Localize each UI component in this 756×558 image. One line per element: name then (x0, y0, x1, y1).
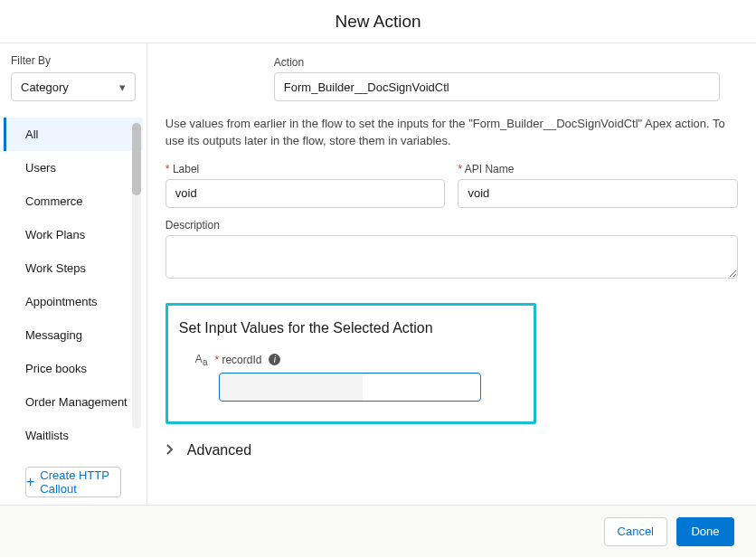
input-values-title: Set Input Values for the Selected Action (179, 320, 517, 336)
chevron-right-icon (165, 443, 178, 459)
description-input[interactable] (165, 235, 738, 279)
create-http-callout-button[interactable]: + Create HTTP Callout (25, 467, 121, 497)
chevron-down-icon: ▾ (119, 80, 126, 94)
api-name-input[interactable] (458, 179, 738, 208)
advanced-toggle[interactable]: Advanced (165, 442, 738, 459)
modal-title: New Action (335, 12, 421, 32)
recordid-label: recordId (214, 354, 261, 366)
description-label: Description (165, 219, 738, 232)
category-item-users[interactable]: Users (4, 151, 143, 184)
category-item-work-plans[interactable]: Work Plans (4, 218, 143, 251)
modal-footer: Cancel Done (0, 505, 756, 557)
modal-body: Filter By Category ▾ All Users Commerce … (0, 43, 756, 505)
filter-by-label: Filter By (11, 54, 143, 67)
category-item-messaging[interactable]: Messaging (4, 318, 143, 352)
text-type-icon: Aa (195, 353, 208, 367)
info-icon[interactable]: i (269, 354, 280, 365)
category-item-work-steps[interactable]: Work Steps (4, 251, 143, 285)
action-input[interactable] (274, 72, 720, 101)
description-field: Description (165, 219, 738, 281)
scrollbar-thumb[interactable] (132, 123, 141, 195)
recordid-input[interactable] (219, 373, 481, 402)
done-button[interactable]: Done (676, 517, 734, 546)
api-name-field: API Name (458, 163, 738, 208)
api-name-label: API Name (458, 163, 738, 175)
label-input[interactable] (165, 179, 446, 208)
plus-icon: + (26, 475, 34, 489)
label-label: Label (165, 163, 446, 175)
category-item-appointments[interactable]: Appointments (4, 285, 143, 318)
label-field: Label (165, 163, 446, 208)
cancel-button[interactable]: Cancel (604, 517, 667, 546)
category-list-container: All Users Commerce Work Plans Work Steps… (4, 118, 143, 458)
recordid-row: Aa recordId i (179, 353, 517, 367)
category-item-waitlists[interactable]: Waitlists (4, 419, 143, 452)
filter-by-value: Category (21, 80, 69, 94)
filter-by-select[interactable]: Category ▾ (11, 72, 136, 101)
help-text: Use values from earlier in the flow to s… (165, 116, 738, 150)
action-label: Action (274, 56, 720, 69)
advanced-label: Advanced (187, 442, 251, 459)
main-panel: Action Use values from earlier in the fl… (147, 43, 756, 505)
filter-sidebar: Filter By Category ▾ All Users Commerce … (0, 43, 147, 505)
category-list: All Users Commerce Work Plans Work Steps… (4, 118, 143, 458)
label-api-row: Label API Name (165, 163, 738, 208)
set-input-values-section: Set Input Values for the Selected Action… (165, 303, 536, 424)
category-item-order-management[interactable]: Order Management (4, 385, 143, 419)
category-item-all[interactable]: All (4, 118, 143, 151)
category-item-price-books[interactable]: Price books (4, 352, 143, 385)
category-item-commerce[interactable]: Commerce (4, 184, 143, 218)
action-field-block: Action (165, 56, 738, 101)
create-http-callout-label: Create HTTP Callout (40, 468, 120, 496)
modal-header: New Action (0, 0, 756, 43)
